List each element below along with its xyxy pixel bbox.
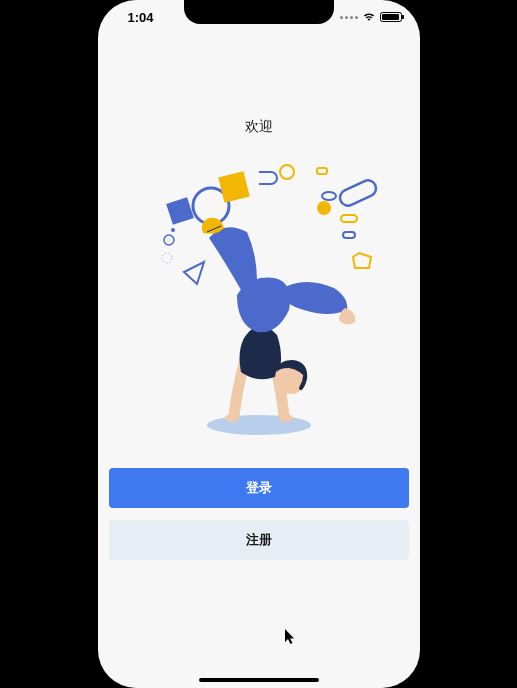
svg-rect-11: [166, 197, 194, 225]
wifi-icon: [362, 12, 376, 22]
svg-rect-2: [317, 168, 327, 174]
svg-rect-10: [218, 171, 250, 203]
register-button[interactable]: 注册: [109, 520, 409, 560]
main-content: 欢迎: [98, 40, 420, 560]
register-button-label: 注册: [246, 531, 272, 549]
cellular-icon: [340, 16, 358, 19]
svg-point-16: [225, 414, 239, 422]
login-button-label: 登录: [246, 479, 272, 497]
svg-rect-4: [341, 215, 357, 222]
mouse-cursor: [285, 629, 297, 645]
svg-point-15: [171, 228, 175, 232]
svg-marker-14: [184, 262, 204, 284]
page-title: 欢迎: [245, 118, 273, 136]
svg-point-1: [280, 165, 294, 179]
button-group: 登录 注册: [109, 468, 409, 560]
svg-point-13: [162, 253, 172, 263]
svg-point-0: [207, 415, 311, 435]
login-button[interactable]: 登录: [109, 468, 409, 508]
welcome-illustration: [129, 160, 389, 450]
status-time: 1:04: [128, 10, 154, 25]
status-indicators: [340, 12, 402, 22]
phone-frame: 1:04 欢迎: [98, 0, 420, 688]
svg-marker-6: [353, 253, 371, 268]
svg-point-3: [322, 192, 336, 200]
notch: [184, 0, 334, 24]
battery-icon: [380, 12, 402, 22]
svg-rect-8: [343, 232, 355, 238]
svg-rect-5: [337, 178, 378, 209]
svg-point-12: [164, 235, 174, 245]
svg-point-17: [279, 414, 293, 422]
home-indicator[interactable]: [199, 678, 319, 682]
